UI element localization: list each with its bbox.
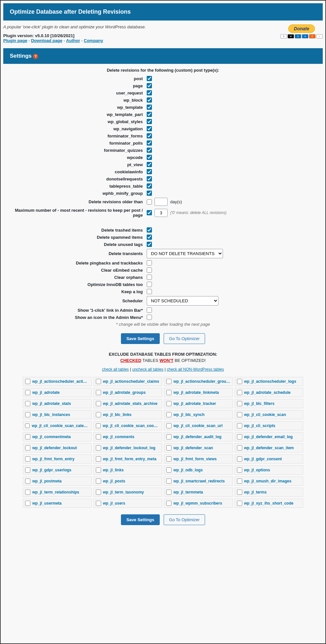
table-link[interactable]: wp_jl_adrotate_stats_archive: [103, 401, 157, 406]
post-type-checkbox[interactable]: [147, 119, 152, 124]
table-link[interactable]: wp_jl_defender_audit_log: [173, 435, 221, 439]
table-link[interactable]: wp_jl_users: [103, 501, 126, 506]
table-checkbox[interactable]: [166, 434, 171, 439]
table-checkbox[interactable]: [96, 412, 101, 417]
table-checkbox[interactable]: [25, 456, 30, 462]
table-checkbox[interactable]: [96, 445, 101, 451]
table-link[interactable]: wp_jl_adrotate_stats: [32, 401, 71, 406]
table-link[interactable]: wp_jl_cli_cookie_scan_categories: [32, 423, 89, 428]
table-link[interactable]: wp_jl_cli_scripts: [244, 423, 275, 428]
save-settings-button[interactable]: Save Settings: [121, 333, 160, 344]
table-link[interactable]: wp_jl_postmeta: [32, 479, 62, 483]
table-checkbox[interactable]: [166, 501, 171, 506]
post-type-checkbox[interactable]: [147, 183, 152, 189]
table-link[interactable]: wp_jl_actionscheduler_groups: [173, 379, 230, 384]
post-type-checkbox[interactable]: [147, 176, 152, 181]
table-link[interactable]: wp_jl_wpmm_subscribers: [173, 501, 222, 506]
max-keep-checkbox[interactable]: [147, 210, 152, 215]
table-link[interactable]: wp_jl_options: [244, 468, 270, 472]
company-link[interactable]: Company: [84, 38, 103, 43]
post-type-checkbox[interactable]: [147, 155, 152, 160]
table-link[interactable]: wp_jl_xyz_ihs_short_code: [244, 501, 293, 506]
table-checkbox[interactable]: [166, 423, 171, 428]
table-checkbox[interactable]: [25, 445, 30, 451]
table-link[interactable]: wp_jl_defender_lockout_log: [103, 446, 156, 450]
plugin-page-link[interactable]: Plugin page: [3, 38, 27, 43]
table-checkbox[interactable]: [25, 401, 30, 406]
table-checkbox[interactable]: [96, 434, 101, 439]
orphans-checkbox[interactable]: [147, 275, 152, 280]
table-checkbox[interactable]: [25, 467, 30, 473]
table-link[interactable]: wp_jl_terms: [244, 490, 267, 494]
table-checkbox[interactable]: [96, 467, 101, 473]
table-checkbox[interactable]: [96, 501, 101, 506]
table-link[interactable]: wp_jl_smartcrawl_redirects: [173, 479, 225, 483]
table-link[interactable]: wp_jl_actionscheduler_logs: [244, 379, 296, 384]
table-link[interactable]: wp_jl_defender_scan_item: [244, 446, 294, 450]
table-link[interactable]: wp_jl_blc_filters: [244, 401, 274, 406]
table-link[interactable]: wp_jl_smush_dir_images: [244, 479, 291, 483]
pingbacks-checkbox[interactable]: [147, 260, 152, 265]
table-link[interactable]: wp_jl_defender_email_log: [244, 435, 293, 439]
table-link[interactable]: wp_jl_defender_scan: [173, 446, 213, 450]
post-type-checkbox[interactable]: [147, 105, 152, 110]
table-checkbox[interactable]: [237, 434, 242, 439]
post-type-checkbox[interactable]: [147, 83, 152, 88]
go-to-optimizer-button[interactable]: Go To Optimizer: [164, 333, 205, 344]
table-link[interactable]: wp_jl_actionscheduler_actions: [32, 379, 89, 384]
help-icon[interactable]: ?: [33, 54, 38, 59]
go-to-optimizer-button-bottom[interactable]: Go To Optimizer: [164, 514, 205, 525]
table-link[interactable]: wp_jl_term_relationships: [32, 490, 79, 494]
table-link[interactable]: wp_jl_gdpr_consent: [244, 457, 282, 461]
table-link[interactable]: wp_jl_frmt_form_entry_meta: [103, 457, 156, 461]
table-checkbox[interactable]: [237, 467, 242, 473]
author-link[interactable]: Author: [66, 38, 80, 43]
keep_log-checkbox[interactable]: [147, 289, 152, 294]
post-type-checkbox[interactable]: [147, 76, 152, 81]
table-checkbox[interactable]: [237, 479, 242, 484]
table-checkbox[interactable]: [237, 490, 242, 495]
table-checkbox[interactable]: [166, 467, 171, 473]
table-link[interactable]: wp_jl_posts: [103, 479, 126, 483]
older-than-checkbox[interactable]: [147, 199, 152, 205]
unused_tags-checkbox[interactable]: [147, 242, 152, 247]
table-link[interactable]: wp_jl_cli_cookie_scan: [244, 412, 286, 417]
table-link[interactable]: wp_jl_term_taxonomy: [103, 490, 144, 494]
table-link[interactable]: wp_jl_gdpr_userlogs: [32, 468, 71, 472]
table-checkbox[interactable]: [96, 456, 101, 462]
post-type-checkbox[interactable]: [147, 169, 152, 174]
table-checkbox[interactable]: [237, 423, 242, 428]
table-checkbox[interactable]: [166, 401, 171, 406]
table-link[interactable]: wp_jl_comments: [103, 435, 135, 439]
table-checkbox[interactable]: [25, 501, 30, 506]
post-type-checkbox[interactable]: [147, 148, 152, 153]
table-checkbox[interactable]: [25, 423, 30, 428]
older-than-input[interactable]: [155, 198, 168, 206]
table-checkbox[interactable]: [25, 412, 30, 417]
table-link[interactable]: wp_jl_usermeta: [32, 501, 62, 506]
table-checkbox[interactable]: [237, 412, 242, 417]
table-link[interactable]: wp_jl_blc_synch: [173, 412, 204, 417]
spammed-checkbox[interactable]: [147, 235, 152, 240]
table-checkbox[interactable]: [237, 456, 242, 462]
post-type-checkbox[interactable]: [147, 97, 152, 103]
table-checkbox[interactable]: [25, 490, 30, 495]
table-checkbox[interactable]: [237, 379, 242, 384]
post-type-checkbox[interactable]: [147, 133, 152, 138]
table-link[interactable]: wp_jl_cli_cookie_scan_cookies: [103, 423, 160, 428]
post-type-checkbox[interactable]: [147, 140, 152, 146]
innodb-checkbox[interactable]: [147, 282, 152, 287]
uncheck-all-link[interactable]: uncheck all tables: [132, 367, 163, 372]
table-link[interactable]: wp_jl_adrotate_schedule: [244, 390, 291, 395]
scheduler-select[interactable]: NOT SCHEDULED: [147, 296, 218, 306]
table-checkbox[interactable]: [96, 479, 101, 484]
post-type-checkbox[interactable]: [147, 162, 152, 167]
check-all-link[interactable]: check all tables: [102, 367, 129, 372]
table-link[interactable]: wp_jl_adrotate_linkmeta: [173, 390, 219, 395]
table-checkbox[interactable]: [96, 401, 101, 406]
table-link[interactable]: wp_jl_commentmeta: [32, 435, 71, 439]
table-link[interactable]: wp_jl_odb_logs: [173, 468, 203, 472]
table-link[interactable]: wp_jl_adrotate: [32, 390, 60, 395]
table-checkbox[interactable]: [166, 490, 171, 495]
transients-select[interactable]: DO NOT DELETE TRANSIENTS: [147, 249, 223, 258]
